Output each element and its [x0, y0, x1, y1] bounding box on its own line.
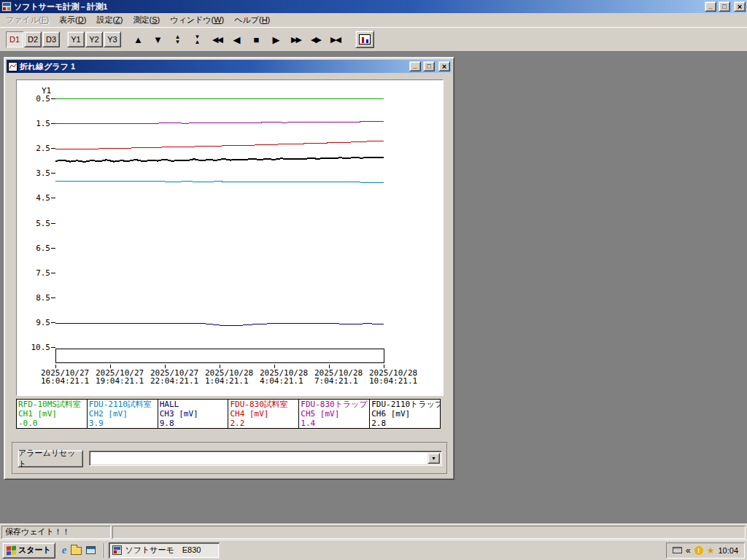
chart-svg	[55, 98, 384, 348]
show-desktop-icon[interactable]	[86, 546, 96, 554]
line-graph-icon	[8, 62, 18, 71]
scroll-up-button[interactable]: ▲	[128, 31, 148, 48]
window-title: ソフトサーモ計測－計測1	[14, 1, 703, 12]
graph-minimize-button[interactable]: _	[409, 61, 421, 71]
taskbar-clock: 10:04	[718, 546, 738, 555]
fast-forward-button[interactable]: ▶▶	[286, 31, 306, 48]
tray-alert-icon[interactable]: !	[694, 546, 703, 555]
menu-item[interactable]: 表示(D)	[54, 13, 91, 28]
legend-channel: RFD-10MS試料室CH1 [mV]-0.0	[17, 400, 88, 428]
tray-device-icon[interactable]	[673, 547, 682, 553]
legend-channel: HALLCH3 [mV]9.8	[158, 400, 229, 428]
menu-item[interactable]: 設定(Z)	[91, 13, 128, 28]
y-tick-label: 5.5	[18, 219, 50, 228]
menu-item[interactable]: 測定(S)	[128, 13, 165, 28]
folder-icon[interactable]	[71, 547, 82, 555]
taskbar-task-button[interactable]: ソフトサーモ E830	[109, 542, 220, 559]
legend-channel: FDU-2110試料室CH2 [mV]3.9	[88, 400, 158, 428]
y2-button[interactable]: Y2	[85, 31, 103, 47]
y-tick-mark	[51, 123, 55, 124]
series-ch5	[55, 121, 384, 123]
alarm-reset-button[interactable]: アラームリセット	[18, 450, 83, 467]
legend-channel: FDU-830試料室CH4 [mV]2.2	[228, 400, 299, 428]
series-ch6	[55, 158, 384, 163]
y-tick-mark	[51, 347, 55, 348]
y-tick-mark	[51, 173, 55, 174]
y-tick-label: 3.5	[18, 168, 50, 178]
graph-window-title: 折れ線グラフ 1	[20, 61, 407, 72]
close-button[interactable]: ×	[734, 1, 746, 12]
y-tick-label: 6.5	[18, 244, 50, 253]
y-tick-mark	[51, 322, 55, 323]
d2-button[interactable]: D2	[24, 31, 42, 47]
series-ch4	[55, 141, 384, 149]
x-tick-label: 2025/10/2716:04:21.1	[41, 369, 89, 385]
y-tick-mark	[51, 98, 55, 99]
plot-area: Y1 0.51.52.53.54.55.56.57.58.59.510.5202…	[16, 79, 444, 396]
expand-x-button[interactable]: ◀▶	[306, 31, 325, 48]
graph-maximize-button[interactable]: □	[423, 61, 435, 71]
display-buttons: D1D2D3	[6, 31, 60, 47]
alarm-combo-value[interactable]	[90, 451, 426, 465]
y-tick-label: 1.5	[18, 119, 50, 128]
minimize-button[interactable]: _	[705, 1, 716, 12]
windows-logo-icon	[7, 545, 16, 555]
x-tick-label: 2025/10/287:04:21.1	[314, 369, 363, 385]
maximize-button[interactable]: □	[719, 1, 730, 12]
y-tick-label: 8.5	[18, 293, 50, 303]
x-tick-label: 2025/10/2722:04:21.1	[150, 369, 198, 385]
y-tick-label: 2.5	[18, 144, 50, 153]
status-panel-2	[112, 526, 746, 539]
graph-window-title-bar[interactable]: 折れ線グラフ 1 _ □ ×	[7, 60, 452, 73]
taskbar: スタート e ソフトサーモ E830 « ! ★ 10:04	[0, 540, 747, 560]
y-tick-label: 9.5	[18, 318, 50, 327]
x-tick-label: 2025/10/2719:04:21.1	[96, 369, 144, 385]
y1-button[interactable]: Y1	[67, 31, 85, 47]
y-tick-mark	[51, 198, 55, 198]
compress-y-button[interactable]: ▼▲	[187, 31, 207, 48]
d3-button[interactable]: D3	[42, 31, 60, 47]
menu-bar: ファイル(F)表示(D)設定(Z)測定(S)ウィンドウ(W)ヘルプ(H)	[0, 13, 747, 27]
y-tick-label: 10.5	[18, 343, 50, 352]
toolbar: D1D2D3 Y1Y2Y3 ▲▼▲▼▼▲◀◀◀■▶▶▶◀▶▶◀	[0, 27, 747, 51]
taskbar-divider	[104, 543, 105, 558]
menu-item[interactable]: ウィンドウ(W)	[165, 13, 229, 28]
series-ch3	[55, 324, 384, 326]
graph-close-button[interactable]: ×	[438, 61, 450, 71]
menu-item: ファイル(F)	[1, 13, 54, 28]
alarm-combo-dropdown-button[interactable]: ▼	[427, 453, 440, 464]
y-tick-label: 4.5	[18, 193, 50, 203]
time-range-box[interactable]	[55, 349, 384, 363]
compress-x-button[interactable]: ▶◀	[325, 31, 345, 48]
graph-window-button[interactable]	[355, 31, 374, 48]
start-label: スタート	[18, 545, 51, 556]
step-back-button[interactable]: ◀	[227, 31, 247, 48]
tray-star-icon[interactable]: ★	[707, 546, 715, 555]
alarm-combo[interactable]: ▼	[89, 451, 442, 466]
task-app-icon	[112, 545, 122, 555]
system-tray: « ! ★ 10:04	[666, 542, 745, 559]
fast-rewind-button[interactable]: ◀◀	[207, 31, 227, 48]
stop-button[interactable]: ■	[247, 31, 266, 48]
title-bar[interactable]: ソフトサーモ計測－計測1 _ □ ×	[0, 0, 747, 13]
scroll-down-button[interactable]: ▼	[148, 31, 168, 48]
internet-explorer-icon[interactable]: e	[62, 544, 67, 556]
legend-channel: FDU-2110トラップCH6 [mV]2.8	[370, 400, 440, 428]
y-tick-mark	[51, 273, 55, 273]
tray-chevron-button[interactable]: «	[686, 545, 691, 556]
x-tick-label: 2025/10/281:04:21.1	[205, 369, 253, 385]
y-tick-mark	[51, 298, 55, 298]
menu-item[interactable]: ヘルプ(H)	[229, 13, 275, 28]
x-tick-label: 2025/10/284:04:21.1	[260, 369, 308, 385]
graph-icon	[359, 34, 371, 44]
y-axis-buttons: Y1Y2Y3	[67, 31, 121, 47]
task-label: ソフトサーモ E830	[125, 545, 201, 556]
d1-button[interactable]: D1	[6, 31, 23, 47]
start-button[interactable]: スタート	[2, 542, 55, 559]
series-ch2	[55, 181, 384, 182]
step-forward-button[interactable]: ▶	[266, 31, 286, 48]
expand-y-button[interactable]: ▲▼	[168, 31, 187, 48]
alarm-panel: アラームリセット ▼	[12, 442, 448, 475]
y3-button[interactable]: Y3	[104, 31, 121, 47]
y-tick-mark	[51, 148, 55, 149]
